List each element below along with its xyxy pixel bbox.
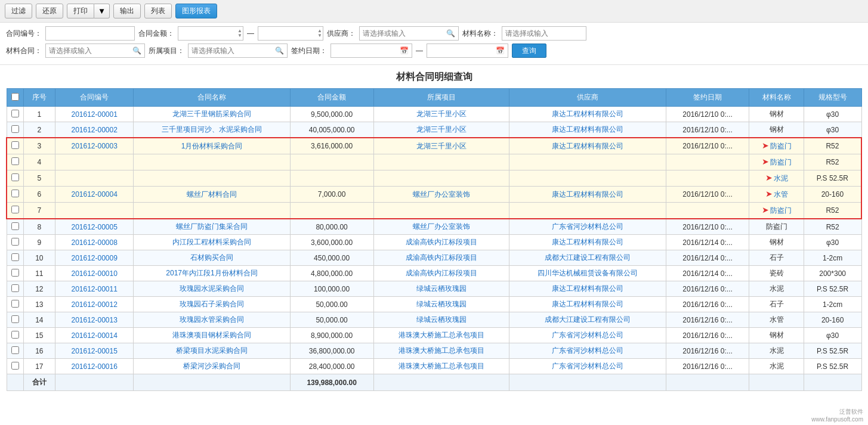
- row-checkbox[interactable]: [11, 331, 19, 339]
- row-contract-name[interactable]: 三千里项目河沙、水泥采购合同: [134, 122, 290, 138]
- material-name-input[interactable]: [502, 27, 586, 40]
- row-checkbox[interactable]: [11, 110, 19, 117]
- row-supplier[interactable]: 康达工程材料有限公司: [509, 297, 666, 312]
- row-supplier[interactable]: 成都大江建设工程有限公司: [509, 250, 666, 266]
- row-material: 防盗门: [749, 219, 804, 235]
- row-project[interactable]: 港珠澳大桥施工总承包项目: [373, 328, 509, 343]
- row-contract-no[interactable]: 201612-00005: [55, 219, 134, 235]
- row-project[interactable]: 绿城云栖玫瑰园: [373, 297, 509, 312]
- row-supplier[interactable]: 康达工程材料有限公司: [509, 107, 666, 122]
- row-seq: 8: [23, 219, 55, 235]
- restore-button[interactable]: 还原: [36, 4, 63, 18]
- row-project[interactable]: 螺丝厂办公室装饰: [373, 187, 509, 203]
- row-supplier[interactable]: 广东省河沙材料总公司: [509, 343, 666, 359]
- row-contract-no[interactable]: 201612-00008: [55, 235, 134, 250]
- row-project[interactable]: 成渝高铁内江标段项目: [373, 250, 509, 266]
- row-contract-no[interactable]: 201612-00010: [55, 266, 134, 281]
- row-contract-name[interactable]: 石材购买合同: [134, 250, 290, 266]
- row-checkbox[interactable]: [11, 222, 19, 230]
- row-contract-no[interactable]: 201612-00003: [55, 138, 134, 154]
- row-material: 钢材: [749, 328, 804, 343]
- sign-date-start-input[interactable]: [331, 44, 397, 57]
- row-contract-name[interactable]: 桥梁项目水泥采购合同: [134, 343, 290, 359]
- belonging-project-search-icon[interactable]: 🔍: [272, 46, 287, 55]
- row-contract-name[interactable]: 螺丝厂材料合同: [134, 187, 290, 203]
- row-checkbox[interactable]: [11, 157, 19, 165]
- chart-button[interactable]: 图形报表: [175, 4, 217, 18]
- material-contract-input[interactable]: [46, 44, 129, 57]
- row-checkbox[interactable]: [11, 284, 19, 292]
- row-project[interactable]: 螺丝厂办公室装饰: [373, 219, 509, 235]
- row-supplier[interactable]: 四川华达机械租赁设备有限公司: [509, 266, 666, 281]
- row-supplier[interactable]: 康达工程材料有限公司: [509, 122, 666, 138]
- row-project[interactable]: 成渝高铁内江标段项目: [373, 266, 509, 281]
- row-checkbox[interactable]: [11, 238, 19, 246]
- row-supplier[interactable]: 康达工程材料有限公司: [509, 138, 666, 154]
- row-supplier[interactable]: 成都大江建设工程有限公司: [509, 312, 666, 328]
- contract-amount-max-input[interactable]: [258, 26, 323, 41]
- row-contract-name[interactable]: 2017年内江段1月份材料合同: [134, 266, 290, 281]
- row-supplier[interactable]: 康达工程材料有限公司: [509, 187, 666, 203]
- row-contract-no[interactable]: 201612-00002: [55, 122, 134, 138]
- row-contract-name[interactable]: 内江段工程材料采购合同: [134, 235, 290, 250]
- list-button[interactable]: 列表: [144, 4, 172, 18]
- row-checkbox[interactable]: [11, 190, 19, 197]
- row-contract-no[interactable]: 201612-00012: [55, 297, 134, 312]
- filter-button[interactable]: 过滤: [5, 4, 32, 18]
- row-project[interactable]: 龙湖三千里小区: [373, 122, 509, 138]
- supplier-input[interactable]: [360, 27, 443, 40]
- print-dropdown-arrow[interactable]: ▼: [94, 4, 110, 18]
- row-checkbox[interactable]: [11, 125, 19, 133]
- row-supplier[interactable]: 广东省河沙材料总公司: [509, 219, 666, 235]
- row-supplier[interactable]: 康达工程材料有限公司: [509, 281, 666, 297]
- row-project[interactable]: 龙湖三千里小区: [373, 138, 509, 154]
- row-checkbox[interactable]: [11, 206, 19, 213]
- row-contract-name[interactable]: 螺丝厂防盗门集采合同: [134, 219, 290, 235]
- row-checkbox[interactable]: [11, 362, 19, 370]
- material-contract-search-icon[interactable]: 🔍: [129, 46, 144, 55]
- row-checkbox[interactable]: [11, 269, 19, 277]
- print-button[interactable]: 打印: [67, 4, 94, 18]
- query-button[interactable]: 查询: [512, 44, 546, 58]
- row-contract-name[interactable]: 玫瑰园石子采购合同: [134, 297, 290, 312]
- row-contract-name[interactable]: 玫瑰园水管采购合同: [134, 312, 290, 328]
- row-contract-name[interactable]: 桥梁河沙采购合同: [134, 359, 290, 374]
- row-contract-no[interactable]: 201612-00001: [55, 107, 134, 122]
- row-project[interactable]: 港珠澳大桥施工总承包项目: [373, 343, 509, 359]
- export-button[interactable]: 输出: [113, 4, 141, 18]
- row-checkbox[interactable]: [11, 315, 19, 323]
- row-material: ➤防盗门: [749, 154, 804, 170]
- select-all-checkbox[interactable]: [11, 93, 19, 101]
- row-contract-no[interactable]: 201612-00015: [55, 343, 134, 359]
- row-contract-name[interactable]: 1月份材料采购合同: [134, 138, 290, 154]
- sign-date-end-calendar-icon[interactable]: 📅: [493, 46, 508, 55]
- supplier-search-icon[interactable]: 🔍: [443, 29, 458, 38]
- row-project[interactable]: 龙湖三千里小区: [373, 107, 509, 122]
- row-contract-no[interactable]: 201612-00011: [55, 281, 134, 297]
- sign-date-start-calendar-icon[interactable]: 📅: [397, 46, 412, 55]
- row-supplier[interactable]: 广东省河沙材料总公司: [509, 328, 666, 343]
- contract-amount-min-input[interactable]: [178, 26, 243, 41]
- row-project[interactable]: 绿城云栖玫瑰园: [373, 312, 509, 328]
- sign-date-end-input[interactable]: [427, 44, 493, 57]
- row-checkbox[interactable]: [11, 300, 19, 308]
- row-project[interactable]: 绿城云栖玫瑰园: [373, 281, 509, 297]
- row-contract-name[interactable]: 龙湖三千里钢筋采购合同: [134, 107, 290, 122]
- row-checkbox[interactable]: [11, 346, 19, 354]
- row-contract-name[interactable]: 港珠澳项目钢材采购合同: [134, 328, 290, 343]
- belonging-project-input[interactable]: [189, 44, 272, 57]
- row-contract-no[interactable]: 201612-00013: [55, 312, 134, 328]
- row-contract-no[interactable]: 201612-00004: [55, 187, 134, 203]
- row-contract-no[interactable]: 201612-00009: [55, 250, 134, 266]
- row-contract-no[interactable]: 201612-00014: [55, 328, 134, 343]
- row-checkbox[interactable]: [11, 141, 19, 149]
- row-checkbox[interactable]: [11, 173, 19, 181]
- row-checkbox[interactable]: [11, 253, 19, 261]
- contract-no-input[interactable]: [45, 26, 135, 41]
- row-supplier[interactable]: 康达工程材料有限公司: [509, 235, 666, 250]
- row-project[interactable]: 港珠澳大桥施工总承包项目: [373, 359, 509, 374]
- row-contract-no[interactable]: 201612-00016: [55, 359, 134, 374]
- row-supplier[interactable]: 广东省河沙材料总公司: [509, 359, 666, 374]
- row-contract-name[interactable]: 玫瑰园水泥采购合同: [134, 281, 290, 297]
- row-project[interactable]: 成渝高铁内江标段项目: [373, 235, 509, 250]
